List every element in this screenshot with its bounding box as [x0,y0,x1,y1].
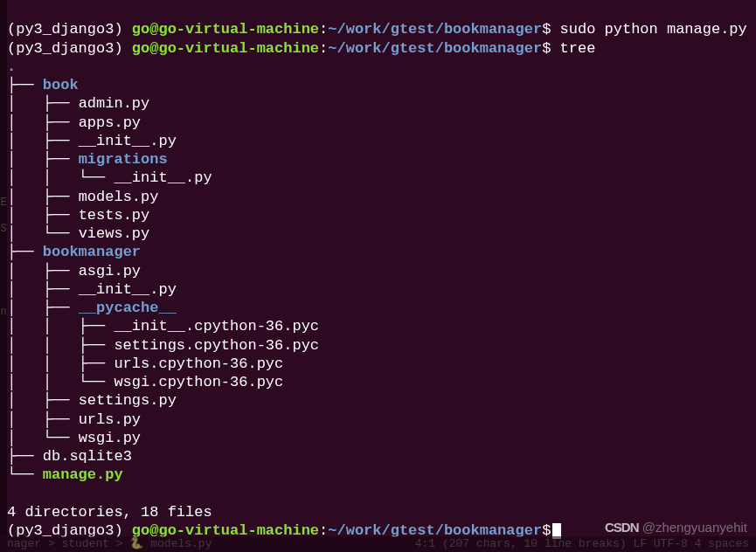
tree-branch: │ │ ├── [7,318,114,335]
gutter-mark: S [0,223,7,236]
file-item: models.py [79,189,159,205]
watermark: CSDN @zhengyuanyehit [605,520,747,536]
tree-branch: │ ├── [7,95,79,112]
watermark-brand: CSDN [605,520,639,535]
venv: (py3_django3) [7,21,132,38]
tree-branch: │ │ └── [7,169,114,186]
tree-branch: ├── [7,77,43,93]
venv: (py3_django3) [7,40,132,57]
file-item: settings.cpython-36.pyc [114,337,319,354]
user-host: go@go-virtual-machine [132,21,319,38]
terminal-output[interactable]: (py3_django3) go@go-virtual-machine:~/wo… [0,0,756,542]
tree-branch: │ └── [7,430,79,446]
tree-branch: └── [7,466,43,483]
file-item: settings.py [79,392,177,409]
gutter-mark: E [0,197,7,210]
file-item: db.sqlite3 [43,448,132,465]
status-left: nager > student > 🐍 models.py [7,537,212,551]
file-exec: manage.py [43,466,123,483]
file-item: urls.py [79,411,141,428]
dir-pycache: __pycache__ [79,300,177,316]
user-host: go@go-virtual-machine [132,40,319,57]
prompt-line: (py3_django3) go@go-virtual-machine:~/wo… [7,21,756,38]
tree-branch: │ ├── [7,281,79,298]
tree-branch: │ │ ├── [7,337,114,354]
tree-branch: │ ├── [7,133,79,149]
status-bar: nager > student > 🐍 models.py 4:1 (207 c… [0,536,756,552]
tree-branch: │ │ └── [7,374,114,390]
command: tree [560,40,596,57]
tree-summary: 4 directories, 18 files [7,504,212,521]
tree-branch: ├── [7,244,43,260]
tree-branch: │ ├── [7,300,79,316]
file-item: urls.cpython-36.pyc [114,355,283,372]
tree-branch: │ ├── [7,151,79,168]
dir-book: book [43,77,79,93]
file-item: __init__.py [114,169,212,186]
prompt-line: (py3_django3) go@go-virtual-machine:~/wo… [7,40,595,57]
gutter-mark: n [0,306,7,319]
tree-branch: │ └── [7,225,79,242]
command: sudo python manage.py startapp book [560,21,756,38]
dir-migrations: migrations [79,151,168,168]
file-item: __init__.cpython-36.pyc [114,318,319,335]
file-item: apps.py [79,114,141,131]
tree-branch: │ ├── [7,189,79,205]
tree-branch: │ ├── [7,114,79,131]
file-item: __init__.py [79,133,177,149]
tree-root: . [7,59,16,75]
dir-bookmanager: bookmanager [43,244,141,260]
tree-branch: │ ├── [7,207,79,224]
file-item: asgi.py [79,263,141,279]
watermark-handle: @zhengyuanyehit [639,520,747,535]
tree-branch: │ ├── [7,392,79,409]
file-item: wsgi.cpython-36.pyc [114,374,283,390]
file-item: views.py [79,225,150,242]
cwd: ~/work/gtest/bookmanager [328,21,542,38]
file-item: wsgi.py [79,430,141,446]
status-right: 4:1 (207 chars, 10 line breaks) LF UTF-8… [415,537,749,551]
file-item: admin.py [79,95,150,112]
cwd: ~/work/gtest/bookmanager [328,40,542,57]
editor-gutter: E S n [0,0,7,536]
file-item: __init__.py [79,281,177,298]
tree-branch: │ │ ├── [7,355,114,372]
tree-branch: ├── [7,448,43,465]
tree-branch: │ ├── [7,411,79,428]
tree-branch: │ ├── [7,263,79,279]
file-item: tests.py [79,207,150,224]
